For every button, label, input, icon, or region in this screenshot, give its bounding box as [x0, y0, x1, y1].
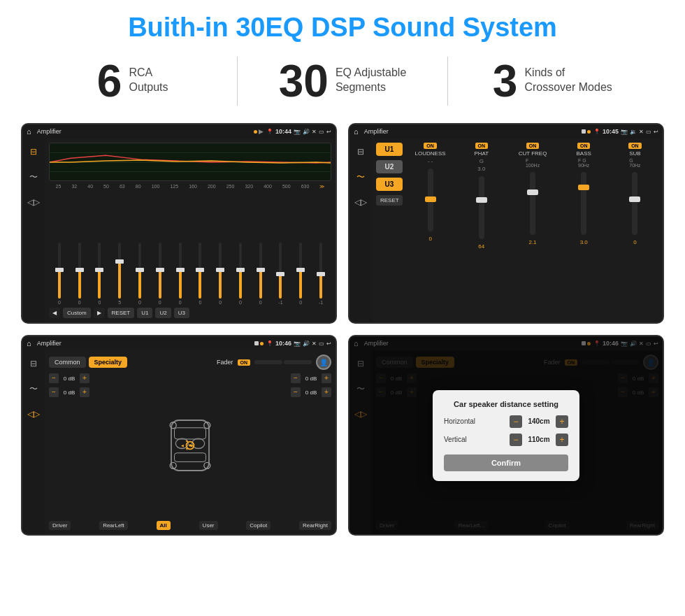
- specialty-tab[interactable]: Specialty: [89, 357, 128, 368]
- phat-slider[interactable]: [479, 176, 484, 239]
- xo-channel-bass: ON BASS F G90Hz 3.0: [561, 143, 607, 318]
- xo-left-sidebar: ⊟ 〜 ◁▷: [349, 138, 372, 322]
- bass-slider[interactable]: [581, 172, 586, 235]
- fader-sidebar-speaker-icon[interactable]: ◁▷: [26, 406, 41, 422]
- db1-plus-btn[interactable]: +: [80, 373, 89, 383]
- xo-sidebar-speaker-icon[interactable]: ◁▷: [353, 194, 368, 210]
- eq-slider-13[interactable]: 0: [291, 243, 310, 305]
- xo-channel-cutfreq: ON CUT FREQ F100Hz 2.1: [509, 143, 556, 318]
- vertical-plus-btn[interactable]: +: [556, 434, 568, 446]
- loudness-on-badge: ON: [424, 143, 437, 149]
- xo-u3-btn[interactable]: U3: [376, 178, 403, 191]
- eq-u1-btn[interactable]: U1: [137, 308, 152, 318]
- eq-reset-btn[interactable]: RESET: [108, 308, 135, 318]
- xo-home-icon[interactable]: ⌂: [354, 127, 359, 136]
- eq-slider-3[interactable]: 0: [91, 243, 109, 305]
- xo-location-icon: 📍: [593, 129, 600, 135]
- fader-left-sidebar: ⊟ 〜 ◁▷: [22, 350, 45, 534]
- fader-sidebar-wave-icon[interactable]: 〜: [26, 381, 41, 396]
- driver-btn[interactable]: Driver: [49, 521, 71, 530]
- dialog-horizontal-label: Horizontal: [444, 417, 486, 425]
- db1-minus-btn[interactable]: −: [49, 373, 59, 383]
- eq-u3-btn[interactable]: U3: [174, 308, 189, 318]
- sub-slider[interactable]: [632, 172, 637, 235]
- eq-sidebar-wave-icon[interactable]: 〜: [26, 169, 41, 185]
- eq-slider-1[interactable]: 0: [50, 243, 68, 305]
- db4-minus-btn[interactable]: −: [291, 387, 301, 397]
- db-row-2: − 0 dB +: [49, 387, 98, 397]
- eq-slider-9[interactable]: 0: [211, 243, 229, 305]
- horizontal-minus-btn[interactable]: −: [510, 415, 522, 428]
- db3-minus-btn[interactable]: −: [291, 373, 301, 383]
- xo-u2-btn[interactable]: U2: [376, 160, 403, 173]
- vertical-minus-btn[interactable]: −: [510, 434, 522, 446]
- common-tab[interactable]: Common: [49, 357, 86, 368]
- stat-text-eq: EQ Adjustable Segments: [336, 59, 406, 95]
- xo-main-content: U1 U2 U3 RESET ON LOUDNESS -- 0: [372, 138, 663, 322]
- eq-slider-11[interactable]: 0: [252, 243, 270, 305]
- xo-app-name: Amplifier: [364, 128, 579, 135]
- camera-icon: 📷: [294, 129, 301, 135]
- loudness-slider[interactable]: [428, 169, 433, 231]
- sq2-icon: [254, 341, 259, 345]
- eq-slider-14[interactable]: -1: [312, 243, 330, 305]
- fader-back-icon: ↩: [326, 341, 331, 347]
- all-btn[interactable]: All: [157, 521, 171, 530]
- horizontal-plus-btn[interactable]: +: [556, 415, 568, 428]
- eq-slider-8[interactable]: 0: [191, 243, 209, 305]
- xo-dots: [582, 129, 591, 134]
- xo-window-icon: ▭: [646, 129, 651, 135]
- fader-label: Fader: [217, 359, 233, 366]
- home-icon[interactable]: ⌂: [27, 127, 31, 136]
- dialog-vertical-label: Vertical: [444, 436, 486, 443]
- eq-slider-12[interactable]: -1: [272, 243, 290, 305]
- xo-sidebar-wave-icon[interactable]: 〜: [353, 169, 368, 185]
- db2-plus-btn[interactable]: +: [80, 387, 89, 397]
- fader-time: 10:46: [275, 340, 291, 347]
- fader-header: Fader ON 👤: [217, 354, 331, 370]
- db2-minus-btn[interactable]: −: [49, 387, 59, 397]
- copilot-btn[interactable]: Copilot: [246, 521, 271, 530]
- profile-icon[interactable]: 👤: [316, 354, 331, 370]
- fader-slider-h2[interactable]: [284, 360, 312, 364]
- confirm-btn[interactable]: Confirm: [444, 454, 568, 471]
- eq-status-right: 📍 10:44 📷 🔊 ✕ ▭ ↩: [266, 128, 331, 135]
- eq-u2-btn[interactable]: U2: [155, 308, 171, 318]
- db4-plus-btn[interactable]: +: [322, 387, 331, 397]
- eq-sidebar-filter-icon[interactable]: ⊟: [26, 144, 41, 159]
- bass-on-badge: ON: [577, 143, 591, 149]
- xo-u1-btn[interactable]: U1: [376, 143, 403, 156]
- user-btn[interactable]: User: [199, 521, 218, 530]
- xo-status-bar: ⌂ Amplifier 📍 10:45 📷 🔉 ✕ ▭ ↩: [349, 124, 663, 138]
- dlg-screen-body: ⊟ 〜 ◁▷ Common Specialty Fader ON: [349, 350, 663, 534]
- eq-slider-10[interactable]: 0: [231, 243, 250, 305]
- eq-slider-2[interactable]: 0: [71, 243, 89, 305]
- fader-grid: − 0 dB + − 0 dB +: [49, 373, 331, 517]
- fader-sidebar-filter-icon[interactable]: ⊟: [26, 356, 41, 371]
- eq-prev-btn[interactable]: ◀: [49, 308, 60, 318]
- xo-preset-col: U1 U2 U3 RESET: [376, 143, 403, 318]
- db-row-1: − 0 dB +: [49, 373, 98, 383]
- eq-next-btn[interactable]: ▶: [94, 308, 105, 318]
- rearleft-btn[interactable]: RearLeft: [99, 521, 128, 530]
- db3-plus-btn[interactable]: +: [322, 373, 331, 383]
- fader-home-icon[interactable]: ⌂: [27, 339, 31, 348]
- fader-slider-h1[interactable]: [254, 360, 282, 364]
- rearright-btn[interactable]: RearRight: [299, 521, 331, 530]
- eq-slider-4[interactable]: 5: [110, 243, 129, 305]
- dialog-horizontal-ctrl: − 140cm +: [510, 415, 568, 428]
- stat-crossover: 3 Kinds of Crossover Modes: [462, 59, 643, 103]
- eq-custom-btn[interactable]: Custom: [63, 308, 91, 318]
- cutfreq-slider[interactable]: [530, 172, 535, 235]
- eq-slider-5[interactable]: 0: [131, 243, 149, 305]
- xo-sidebar-filter-icon[interactable]: ⊟: [353, 144, 368, 159]
- fader-status-right: 📍 10:46 📷 🔊 ✕ ▭ ↩: [266, 340, 331, 347]
- fader-screen: ⌂ Amplifier 📍 10:46 📷 🔊 ✕ ▭ ↩ ⊟ 〜 ◁▷: [21, 335, 337, 536]
- eq-graph-svg: [50, 143, 331, 180]
- eq-slider-6[interactable]: 0: [151, 243, 169, 305]
- eq-slider-7[interactable]: 0: [171, 243, 189, 305]
- xo-reset-btn[interactable]: RESET: [376, 195, 403, 206]
- dot-icon: [254, 130, 257, 134]
- fader-camera-icon: 📷: [294, 341, 301, 347]
- eq-sidebar-speaker-icon[interactable]: ◁▷: [26, 194, 41, 210]
